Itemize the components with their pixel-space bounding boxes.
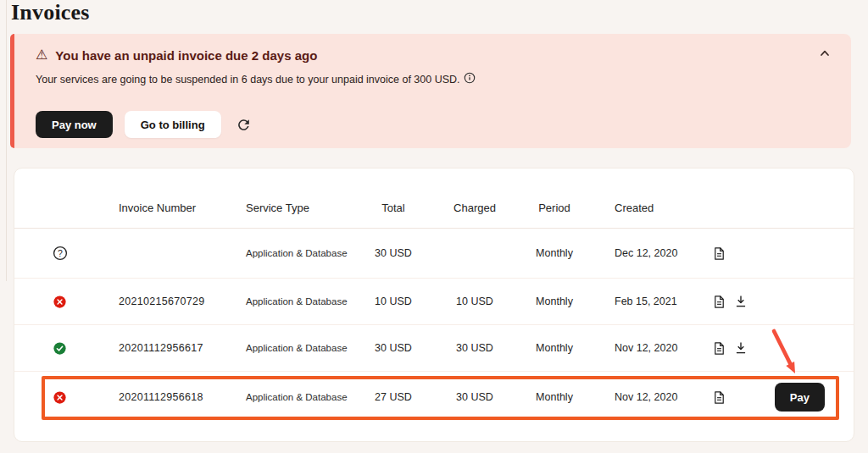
view-invoice-button[interactable] xyxy=(712,390,726,405)
content-left-divider xyxy=(6,0,7,281)
pay-now-button[interactable]: Pay now xyxy=(36,111,113,138)
invoice-number: 20201112956617 xyxy=(105,342,232,354)
status-unknown-icon[interactable]: ? xyxy=(53,246,68,261)
view-invoice-button[interactable] xyxy=(712,341,726,356)
col-header-period: Period xyxy=(515,202,593,214)
table-row: 20201112956617 Application & Database 30… xyxy=(14,325,854,372)
invoice-number: 20201112956618 xyxy=(105,391,232,403)
refresh-icon xyxy=(236,117,252,133)
period: Monthly xyxy=(515,247,593,259)
warning-triangle-icon: ⚠ xyxy=(36,47,47,64)
download-invoice-button[interactable] xyxy=(734,341,748,355)
charged: 10 USD xyxy=(434,296,515,307)
created: Feb 15, 2021 xyxy=(593,296,700,307)
status-paid-icon xyxy=(53,342,66,355)
status-failed-icon xyxy=(53,391,66,404)
table-header-row: Invoice Number Service Type Total Charge… xyxy=(14,168,854,229)
view-invoice-button[interactable] xyxy=(712,295,726,309)
status-failed-icon xyxy=(53,296,66,308)
col-header-service-type: Service Type xyxy=(232,202,353,214)
page-title: Invoices xyxy=(11,0,90,28)
created: Nov 12, 2020 xyxy=(593,342,700,354)
collapse-alert-button[interactable] xyxy=(817,46,832,61)
alert-accent-bar xyxy=(10,34,14,148)
col-header-created: Created xyxy=(593,202,700,214)
invoices-table-card: Invoice Number Service Type Total Charge… xyxy=(14,168,854,442)
document-icon xyxy=(712,341,726,356)
created: Nov 12, 2020 xyxy=(593,391,700,403)
go-to-billing-button[interactable]: Go to billing xyxy=(125,111,221,138)
table-row: ? Application & Database 30 USD Monthly … xyxy=(14,229,854,279)
total: 10 USD xyxy=(353,296,434,307)
info-circle-icon[interactable] xyxy=(464,72,476,84)
service-type: Application & Database xyxy=(232,296,353,307)
total: 30 USD xyxy=(353,247,434,259)
col-header-total: Total xyxy=(353,202,434,214)
table-row: 20201112956618 Application & Database 27… xyxy=(14,372,854,423)
period: Monthly xyxy=(515,391,593,403)
total: 27 USD xyxy=(353,391,434,403)
charged: 30 USD xyxy=(434,391,515,403)
download-icon xyxy=(734,295,748,308)
col-header-charged: Charged xyxy=(434,202,515,214)
view-invoice-button[interactable] xyxy=(712,246,726,261)
alert-title: You have an unpaid invoice due 2 days ag… xyxy=(55,48,317,63)
invoice-number: 20210215670729 xyxy=(105,296,232,307)
period: Monthly xyxy=(515,296,593,307)
service-type: Application & Database xyxy=(232,248,353,258)
svg-text:?: ? xyxy=(58,248,63,258)
document-icon xyxy=(712,390,726,405)
refresh-button[interactable] xyxy=(235,115,253,134)
download-invoice-button[interactable] xyxy=(734,295,748,308)
service-type: Application & Database xyxy=(232,343,353,353)
service-type: Application & Database xyxy=(232,392,353,402)
document-icon xyxy=(712,295,726,309)
unpaid-invoice-alert: ⚠ You have an unpaid invoice due 2 days … xyxy=(10,34,851,148)
period: Monthly xyxy=(515,342,593,354)
pay-invoice-button[interactable]: Pay xyxy=(775,383,825,412)
created: Dec 12, 2020 xyxy=(593,247,700,259)
table-row: 20210215670729 Application & Database 10… xyxy=(14,279,854,325)
document-icon xyxy=(712,246,726,261)
charged: 30 USD xyxy=(434,342,515,354)
chevron-up-icon xyxy=(819,47,831,59)
total: 30 USD xyxy=(353,342,434,354)
col-header-invoice-number: Invoice Number xyxy=(105,202,232,214)
download-icon xyxy=(734,341,748,355)
alert-body-text: Your services are going to be suspended … xyxy=(36,74,460,86)
